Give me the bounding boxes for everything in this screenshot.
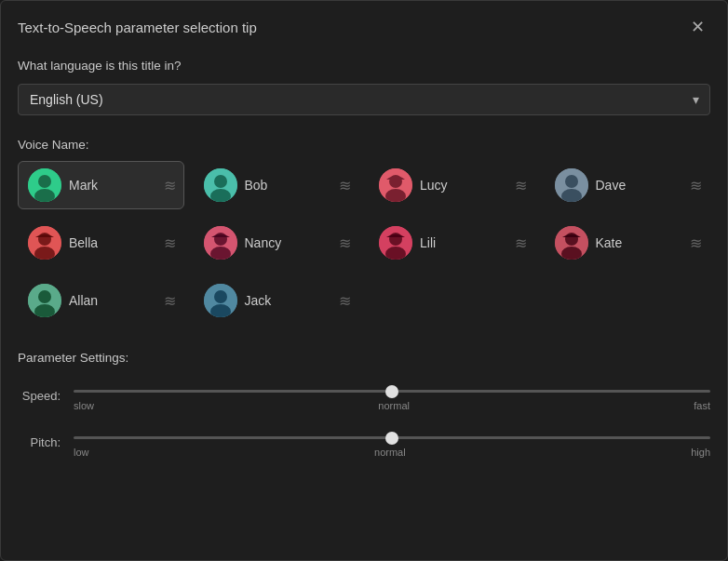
voice-name-bella: Bella xyxy=(69,235,156,250)
wave-icon-mark: ≋ xyxy=(164,177,174,194)
pitch-tick-low: low xyxy=(74,447,89,458)
speed-slider[interactable] xyxy=(74,390,710,393)
avatar-jack xyxy=(204,284,237,317)
voice-name-lili: Lili xyxy=(420,235,507,250)
avatar-lili xyxy=(379,226,412,260)
pitch-tick-high: high xyxy=(691,447,710,458)
wave-icon-bella: ≋ xyxy=(164,234,174,252)
wave-icon-bob: ≋ xyxy=(339,177,349,194)
svg-point-1 xyxy=(38,175,51,188)
speed-ticks: slow normal fast xyxy=(74,400,710,411)
avatar-mark xyxy=(28,168,61,202)
speed-tick-normal: normal xyxy=(378,400,410,411)
speed-tick-fast: fast xyxy=(694,400,710,411)
avatar-allan xyxy=(28,284,61,317)
avatar-nancy xyxy=(204,226,237,260)
pitch-ticks: low normal high xyxy=(74,447,710,458)
svg-point-28 xyxy=(214,290,227,303)
voice-name-lucy: Lucy xyxy=(420,178,507,193)
voice-name-mark: Mark xyxy=(69,178,156,193)
speed-tick-slow: slow xyxy=(74,400,94,411)
params-section: Parameter Settings: Speed: slow normal f… xyxy=(18,351,710,458)
speed-label: Speed: xyxy=(18,389,61,403)
dialog-title: Text-to-Speech parameter selection tip xyxy=(18,20,257,35)
close-button[interactable]: ✕ xyxy=(684,14,710,40)
wave-icon-nancy: ≋ xyxy=(339,234,349,252)
voice-card-bella[interactable]: Bella ≋ xyxy=(18,219,184,267)
titlebar: Text-to-Speech parameter selection tip ✕ xyxy=(1,1,727,49)
voice-card-allan[interactable]: Allan ≋ xyxy=(18,276,184,325)
voice-name-label: Voice Name: xyxy=(18,138,710,152)
svg-point-10 xyxy=(565,175,578,188)
pitch-label: Pitch: xyxy=(18,435,61,449)
wave-icon-lili: ≋ xyxy=(515,234,525,252)
speed-slider-wrap: slow normal fast xyxy=(74,380,710,411)
svg-point-4 xyxy=(214,175,227,188)
params-label: Parameter Settings: xyxy=(18,351,710,365)
svg-point-25 xyxy=(38,290,51,303)
wave-icon-jack: ≋ xyxy=(339,292,349,310)
language-section: What language is this title in? English … xyxy=(18,59,710,115)
voice-card-nancy[interactable]: Nancy ≋ xyxy=(194,219,360,267)
wave-icon-kate: ≋ xyxy=(690,234,700,252)
voice-card-jack[interactable]: Jack ≋ xyxy=(194,276,360,325)
wave-icon-lucy: ≋ xyxy=(515,177,525,194)
voice-card-bob[interactable]: Bob ≋ xyxy=(194,161,360,209)
voice-name-dave: Dave xyxy=(596,178,683,193)
voice-name-allan: Allan xyxy=(69,293,156,308)
avatar-bella xyxy=(28,226,61,260)
voice-card-lili[interactable]: Lili ≋ xyxy=(369,219,535,267)
voice-name-jack: Jack xyxy=(245,293,332,308)
avatar-bob xyxy=(204,168,237,202)
dialog: Text-to-Speech parameter selection tip ✕… xyxy=(0,0,728,561)
voice-card-lucy[interactable]: Lucy ≋ xyxy=(369,161,535,209)
avatar-kate xyxy=(555,226,588,260)
voice-card-mark[interactable]: Mark ≋ xyxy=(18,161,184,209)
pitch-slider-wrap: low normal high xyxy=(74,426,710,458)
wave-icon-dave: ≋ xyxy=(690,177,700,194)
language-select[interactable]: English (US) English (UK) Spanish French… xyxy=(18,84,710,115)
speed-row: Speed: slow normal fast xyxy=(18,380,710,411)
voice-card-dave[interactable]: Dave ≋ xyxy=(545,161,711,209)
voice-name-bob: Bob xyxy=(245,178,332,193)
voice-card-kate[interactable]: Kate ≋ xyxy=(545,219,711,267)
wave-icon-allan: ≋ xyxy=(164,292,174,310)
language-select-wrapper: English (US) English (UK) Spanish French… xyxy=(18,84,710,115)
voice-grid: Mark ≋ Bob ≋ xyxy=(18,161,710,325)
avatar-dave xyxy=(555,168,588,202)
voice-name-kate: Kate xyxy=(596,235,683,250)
pitch-row: Pitch: low normal high xyxy=(18,426,710,458)
pitch-tick-normal: normal xyxy=(374,447,406,458)
avatar-lucy xyxy=(379,168,412,202)
voice-name-nancy: Nancy xyxy=(245,235,332,250)
language-question: What language is this title in? xyxy=(18,59,710,73)
pitch-slider[interactable] xyxy=(74,436,710,439)
dialog-body: What language is this title in? English … xyxy=(1,49,727,495)
